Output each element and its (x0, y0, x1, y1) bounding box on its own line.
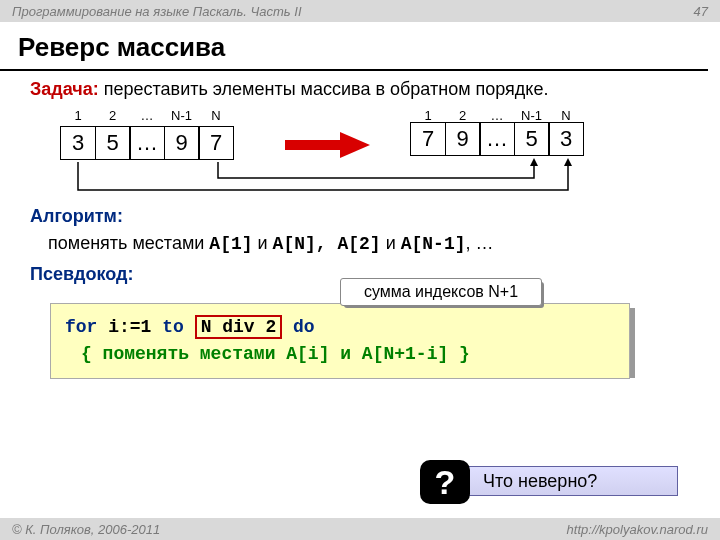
cell: 5 (514, 122, 550, 156)
cell: 3 (60, 126, 96, 160)
idx: N-1 (514, 108, 550, 123)
arrays-diagram: 1 2 … N-1 N 3 5 … 9 7 1 2 … N-1 (30, 106, 690, 206)
algorithm-label: Алгоритм: (30, 206, 690, 227)
cell: 7 (410, 122, 446, 156)
svg-marker-3 (530, 158, 538, 166)
kw-for: for (65, 317, 97, 337)
idx: 2 (95, 108, 131, 123)
page-number: 47 (694, 4, 708, 19)
header-title: Программирование на языке Паскаль. Часть… (12, 4, 302, 19)
task-text: переставить элементы массива в обратном … (99, 79, 549, 99)
question-text: Что неверно? (448, 466, 678, 496)
svg-marker-1 (340, 132, 370, 158)
cell: 9 (164, 126, 200, 160)
expr: A[N-1] (401, 234, 466, 254)
tail: , … (466, 233, 494, 253)
question-badge-icon: ? (420, 460, 470, 504)
cell: 9 (445, 122, 481, 156)
and: и (253, 233, 273, 253)
idx: N (548, 108, 584, 123)
source-array: 3 5 … 9 7 (60, 126, 234, 160)
code-comment: { поменять местами A[i] и A[N+1-i] } (65, 341, 615, 368)
and: и (381, 233, 401, 253)
idx: 2 (445, 108, 481, 123)
page-title: Реверс массива (0, 22, 708, 71)
header: Программирование на языке Паскаль. Часть… (0, 0, 720, 22)
callout-text: сумма индексов N+1 (340, 278, 542, 306)
footer: © К. Поляков, 2006-2011 http://kpolyakov… (0, 518, 720, 540)
swap-prefix: поменять местами (48, 233, 209, 253)
footer-copyright: © К. Поляков, 2006-2011 (12, 522, 160, 537)
idx: … (129, 108, 165, 123)
code-limit: N div 2 (195, 315, 283, 339)
expr: A[1] (209, 234, 252, 254)
idx: 1 (410, 108, 446, 123)
kw-do: do (282, 317, 314, 337)
code-box: for i:=1 to N div 2 do { поменять местам… (50, 303, 630, 379)
swap-text: поменять местами A[1] и A[N], A[2] и A[N… (48, 233, 690, 254)
sep: , (316, 234, 338, 254)
task-line: Задача: переставить элементы массива в о… (30, 79, 690, 100)
swap-arrows-icon (60, 156, 600, 206)
cell: 3 (548, 122, 584, 156)
code-range: i:=1 (97, 317, 162, 337)
idx: 1 (60, 108, 96, 123)
svg-rect-0 (285, 140, 340, 150)
idx: N-1 (164, 108, 200, 123)
kw-to: to (162, 317, 184, 337)
cell: … (479, 122, 515, 156)
idx: N (198, 108, 234, 123)
cell: … (129, 126, 165, 160)
footer-url: http://kpolyakov.narod.ru (567, 522, 708, 537)
task-label: Задача: (30, 79, 99, 99)
expr: A[N] (273, 234, 316, 254)
callout: сумма индексов N+1 (340, 278, 540, 306)
idx: … (479, 108, 515, 123)
result-array: 7 9 … 5 3 (410, 122, 584, 156)
expr: A[2] (337, 234, 380, 254)
cell: 7 (198, 126, 234, 160)
question: Что неверно? ? (420, 462, 680, 502)
arrow-icon (285, 132, 375, 158)
cell: 5 (95, 126, 131, 160)
svg-marker-2 (564, 158, 572, 166)
